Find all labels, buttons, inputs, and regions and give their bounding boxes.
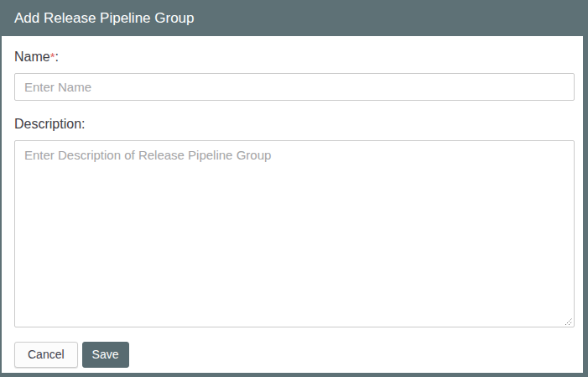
name-label: Name*:: [14, 50, 575, 65]
dialog-border-right: [583, 36, 588, 377]
description-label-colon: :: [81, 117, 85, 131]
dialog-border-bottom: [0, 373, 588, 377]
name-label-text: Name: [14, 50, 50, 64]
resize-handle-icon[interactable]: [564, 317, 572, 325]
add-release-pipeline-group-dialog: Add Release Pipeline Group Name*: Descri…: [0, 0, 588, 377]
description-field-wrap: [14, 140, 575, 327]
dialog-title: Add Release Pipeline Group: [14, 10, 195, 26]
name-label-colon: :: [55, 50, 59, 64]
description-label-text: Description: [14, 117, 81, 131]
dialog-body: Name*: Description: Cancel Save: [2, 36, 583, 373]
description-label: Description:: [14, 117, 575, 132]
dialog-header: Add Release Pipeline Group: [0, 0, 588, 36]
cancel-button[interactable]: Cancel: [14, 342, 78, 368]
dialog-actions: Cancel Save: [14, 342, 575, 368]
save-button[interactable]: Save: [82, 342, 129, 368]
name-input[interactable]: [14, 73, 575, 101]
dialog-border-left: [0, 36, 2, 377]
description-input[interactable]: [14, 140, 575, 327]
